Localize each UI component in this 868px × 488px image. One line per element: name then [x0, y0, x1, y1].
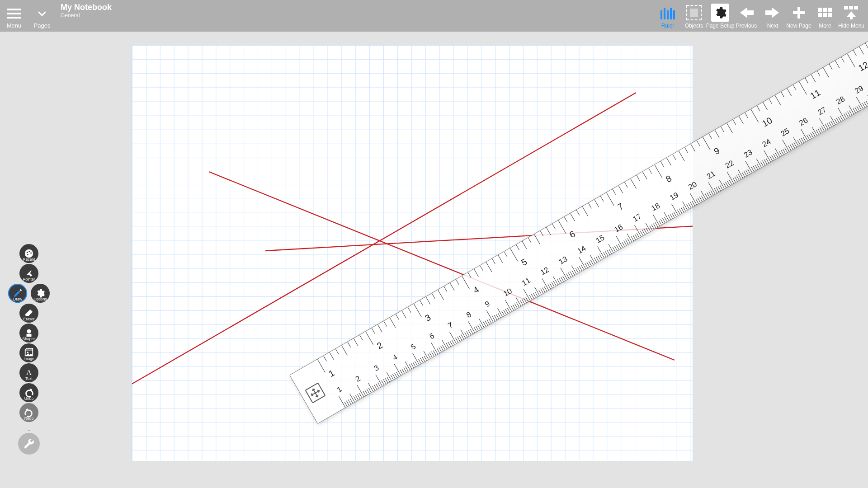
- svg-line-121: [348, 399, 351, 404]
- svg-text:15: 15: [594, 233, 606, 245]
- svg-line-72: [618, 186, 623, 193]
- svg-line-351: [774, 154, 776, 159]
- svg-line-136: [376, 384, 379, 388]
- chevron-down-icon: [34, 6, 50, 21]
- svg-line-247: [581, 265, 584, 270]
- previous-button[interactable]: Previous: [733, 0, 760, 32]
- svg-line-309: [696, 199, 698, 203]
- svg-line-28: [354, 338, 358, 346]
- svg-text:21: 21: [705, 169, 717, 181]
- svg-text:26: 26: [798, 116, 810, 127]
- menu-button[interactable]: Menu: [0, 0, 28, 32]
- svg-line-295: [670, 214, 673, 218]
- svg-line-45: [456, 279, 459, 285]
- svg-line-232: [553, 281, 556, 286]
- svg-line-335: [744, 171, 747, 176]
- svg-line-63: [564, 217, 567, 222]
- draw-options-button[interactable]: Options: [31, 284, 50, 303]
- svg-line-89: [721, 127, 724, 132]
- svg-text:12: 12: [857, 60, 868, 73]
- svg-line-24: [330, 352, 334, 360]
- svg-text:6: 6: [428, 331, 436, 341]
- redo-button[interactable]: Redo: [19, 403, 38, 422]
- svg-rect-15: [828, 13, 832, 17]
- svg-line-277: [637, 233, 639, 238]
- image-label: Image: [24, 357, 34, 361]
- svg-line-259: [604, 252, 606, 257]
- svg-line-337: [748, 169, 750, 174]
- svg-line-363: [793, 137, 798, 146]
- svg-line-131: [367, 389, 369, 394]
- svg-line-270: [624, 241, 627, 245]
- svg-line-265: [614, 246, 617, 250]
- notebook-subtitle: General: [61, 12, 112, 19]
- svg-line-343: [756, 159, 761, 168]
- svg-line-79: [660, 161, 664, 167]
- svg-line-65: [576, 210, 580, 216]
- svg-line-161: [422, 357, 425, 361]
- svg-line-112: [859, 47, 864, 54]
- hide-menu-button[interactable]: Hide Menu: [838, 0, 864, 32]
- svg-rect-18: [854, 6, 858, 9]
- svg-line-172: [443, 345, 445, 350]
- svg-line-110: [847, 54, 855, 67]
- svg-line-284: [650, 225, 652, 230]
- text-button[interactable]: A Text: [19, 363, 38, 382]
- svg-line-303: [683, 202, 688, 210]
- svg-line-311: [699, 197, 702, 202]
- svg-rect-12: [828, 8, 832, 12]
- svg-line-352: [775, 153, 778, 158]
- new-page-button[interactable]: New Page: [786, 0, 812, 32]
- svg-line-372: [812, 132, 815, 136]
- svg-line-174: [446, 343, 449, 347]
- more-button[interactable]: More: [812, 0, 838, 32]
- page-setup-button[interactable]: Page Setup: [707, 0, 733, 32]
- svg-line-100: [787, 89, 792, 96]
- svg-line-157: [415, 361, 417, 366]
- next-button[interactable]: Next: [760, 0, 786, 32]
- svg-line-245: [577, 267, 580, 272]
- pointer-button[interactable]: Pointer: [19, 264, 38, 283]
- canvas-stage[interactable]: 1234567891011121234567891011121314151617…: [0, 32, 868, 488]
- svg-line-165: [429, 352, 432, 357]
- svg-line-334: [742, 172, 745, 177]
- svg-line-359: [788, 145, 791, 150]
- svg-line-393: [849, 106, 854, 114]
- svg-line-44: [450, 283, 454, 291]
- ruler-button[interactable]: Ruler: [655, 0, 681, 32]
- svg-text:10: 10: [760, 115, 774, 129]
- svg-line-48: [474, 269, 478, 277]
- new-page-label: New Page: [786, 23, 811, 29]
- svg-line-93: [745, 113, 748, 118]
- text-icon: A: [24, 368, 33, 377]
- svg-line-197: [489, 319, 491, 323]
- svg-line-200: [494, 315, 497, 320]
- eraser-button[interactable]: Eraser: [19, 304, 38, 323]
- undo-button[interactable]: Undo: [19, 383, 38, 402]
- svg-line-127: [359, 393, 362, 398]
- svg-line-171: [441, 346, 443, 351]
- svg-line-96: [763, 102, 768, 110]
- svg-line-52: [498, 255, 503, 263]
- shapes-button[interactable]: Shapes: [19, 324, 38, 343]
- svg-line-226: [542, 287, 545, 292]
- svg-line-40: [426, 297, 430, 305]
- image-button[interactable]: Image: [19, 343, 38, 362]
- svg-line-272: [627, 239, 630, 243]
- svg-line-383: [830, 116, 835, 125]
- svg-text:9: 9: [712, 145, 722, 157]
- settings-wrench-button[interactable]: ⌃: [18, 433, 40, 455]
- arrow-right-icon: [764, 4, 782, 22]
- svg-line-134: [372, 386, 375, 390]
- svg-line-230: [550, 283, 552, 288]
- svg-line-390: [845, 113, 848, 117]
- pages-button[interactable]: Pages: [28, 0, 56, 32]
- draw-button[interactable]: Draw: [8, 284, 27, 303]
- recent-button[interactable]: Recent: [19, 244, 38, 263]
- hide-menu-label: Hide Menu: [838, 23, 864, 29]
- svg-line-195: [485, 321, 488, 325]
- svg-line-27: [348, 342, 351, 347]
- svg-line-260: [605, 251, 608, 256]
- objects-button[interactable]: Objects: [681, 0, 707, 32]
- svg-line-206: [505, 309, 508, 314]
